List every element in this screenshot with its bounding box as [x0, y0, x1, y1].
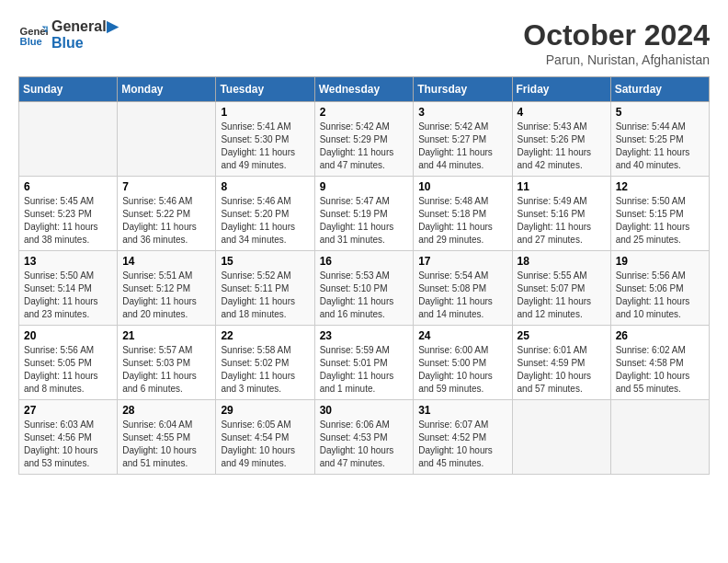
daylight-text: Daylight: 11 hours and 3 minutes. [221, 370, 309, 396]
header-cell-friday: Friday [512, 77, 610, 102]
daylight-text: Daylight: 11 hours and 40 minutes. [616, 146, 704, 172]
day-number: 5 [616, 106, 704, 119]
day-number: 28 [122, 404, 210, 417]
sunrise-text: Sunrise: 5:51 AM [122, 270, 210, 282]
sunrise-text: Sunrise: 6:06 AM [320, 419, 409, 431]
day-cell: 5Sunrise: 5:44 AMSunset: 5:25 PMDaylight… [610, 102, 709, 177]
day-info: Sunrise: 6:00 AMSunset: 5:00 PMDaylight:… [418, 344, 506, 396]
day-info: Sunrise: 5:51 AMSunset: 5:12 PMDaylight:… [122, 270, 210, 321]
day-number: 3 [418, 106, 506, 119]
day-info: Sunrise: 5:44 AMSunset: 5:25 PMDaylight:… [616, 121, 704, 172]
day-number: 13 [24, 255, 112, 268]
calendar-table: SundayMondayTuesdayWednesdayThursdayFrid… [18, 76, 710, 475]
day-number: 1 [221, 106, 309, 119]
sunrise-text: Sunrise: 6:07 AM [418, 419, 506, 431]
header-row: SundayMondayTuesdayWednesdayThursdayFrid… [19, 77, 710, 102]
sunset-text: Sunset: 5:12 PM [122, 282, 210, 295]
sunset-text: Sunset: 5:07 PM [518, 282, 606, 295]
day-cell: 12Sunrise: 5:50 AMSunset: 5:15 PMDayligh… [610, 177, 709, 251]
sunset-text: Sunset: 4:52 PM [418, 431, 506, 444]
day-info: Sunrise: 5:50 AMSunset: 5:15 PMDaylight:… [616, 195, 704, 247]
day-info: Sunrise: 6:06 AMSunset: 4:53 PMDaylight:… [320, 419, 409, 470]
sunset-text: Sunset: 5:01 PM [320, 357, 409, 370]
header-cell-thursday: Thursday [414, 77, 512, 102]
sunrise-text: Sunrise: 5:50 AM [616, 195, 704, 208]
day-number: 22 [221, 329, 309, 342]
logo-text: General▶ [51, 18, 118, 35]
sunset-text: Sunset: 5:08 PM [418, 282, 506, 295]
day-cell: 21Sunrise: 5:57 AMSunset: 5:03 PMDayligh… [118, 326, 216, 400]
daylight-text: Daylight: 11 hours and 34 minutes. [221, 221, 309, 247]
page-header: General Blue General▶ Blue October 2024 … [18, 18, 710, 67]
daylight-text: Daylight: 11 hours and 47 minutes. [320, 146, 409, 172]
day-cell: 27Sunrise: 6:03 AMSunset: 4:56 PMDayligh… [19, 400, 118, 475]
location-subtitle: Parun, Nuristan, Afghanistan [523, 52, 710, 67]
day-cell: 6Sunrise: 5:45 AMSunset: 5:23 PMDaylight… [19, 177, 118, 251]
day-cell: 19Sunrise: 5:56 AMSunset: 5:06 PMDayligh… [610, 251, 709, 326]
sunset-text: Sunset: 5:19 PM [320, 208, 409, 221]
day-number: 14 [122, 255, 210, 268]
day-number: 2 [320, 106, 409, 119]
sunrise-text: Sunrise: 5:44 AM [616, 121, 704, 133]
day-cell: 2Sunrise: 5:42 AMSunset: 5:29 PMDaylight… [314, 102, 414, 177]
day-number: 29 [221, 404, 309, 417]
daylight-text: Daylight: 11 hours and 29 minutes. [418, 221, 506, 247]
sunset-text: Sunset: 5:23 PM [24, 208, 112, 221]
day-number: 6 [24, 180, 112, 193]
daylight-text: Daylight: 10 hours and 45 minutes. [418, 444, 506, 470]
day-number: 27 [24, 404, 112, 417]
sunset-text: Sunset: 5:14 PM [24, 282, 112, 295]
sunrise-text: Sunrise: 6:04 AM [122, 419, 210, 431]
day-info: Sunrise: 5:47 AMSunset: 5:19 PMDaylight:… [320, 195, 409, 247]
day-info: Sunrise: 5:42 AMSunset: 5:27 PMDaylight:… [418, 121, 506, 172]
daylight-text: Daylight: 11 hours and 12 minutes. [518, 295, 606, 321]
day-info: Sunrise: 5:45 AMSunset: 5:23 PMDaylight:… [24, 195, 112, 247]
day-cell: 25Sunrise: 6:01 AMSunset: 4:59 PMDayligh… [512, 326, 610, 400]
header-cell-tuesday: Tuesday [216, 77, 314, 102]
day-cell: 10Sunrise: 5:48 AMSunset: 5:18 PMDayligh… [414, 177, 512, 251]
sunrise-text: Sunrise: 6:02 AM [616, 344, 704, 357]
sunset-text: Sunset: 5:18 PM [418, 208, 506, 221]
day-number: 11 [518, 180, 606, 193]
day-number: 21 [122, 329, 210, 342]
sunset-text: Sunset: 5:29 PM [320, 133, 409, 146]
sunset-text: Sunset: 4:58 PM [616, 357, 704, 370]
day-cell [512, 400, 610, 475]
sunset-text: Sunset: 5:10 PM [320, 282, 409, 295]
day-info: Sunrise: 6:02 AMSunset: 4:58 PMDaylight:… [616, 344, 704, 396]
day-cell: 15Sunrise: 5:52 AMSunset: 5:11 PMDayligh… [216, 251, 314, 326]
day-info: Sunrise: 5:55 AMSunset: 5:07 PMDaylight:… [518, 270, 606, 321]
day-number: 25 [518, 329, 606, 342]
day-number: 31 [418, 404, 506, 417]
sunrise-text: Sunrise: 5:57 AM [122, 344, 210, 357]
sunset-text: Sunset: 5:22 PM [122, 208, 210, 221]
month-title: October 2024 [523, 18, 710, 52]
daylight-text: Daylight: 11 hours and 31 minutes. [320, 221, 409, 247]
day-info: Sunrise: 5:52 AMSunset: 5:11 PMDaylight:… [221, 270, 309, 321]
sunset-text: Sunset: 5:06 PM [616, 282, 704, 295]
logo-icon: General Blue [18, 20, 48, 50]
day-cell: 13Sunrise: 5:50 AMSunset: 5:14 PMDayligh… [19, 251, 118, 326]
day-info: Sunrise: 5:43 AMSunset: 5:26 PMDaylight:… [518, 121, 606, 172]
sunset-text: Sunset: 5:25 PM [616, 133, 704, 146]
day-cell: 11Sunrise: 5:49 AMSunset: 5:16 PMDayligh… [512, 177, 610, 251]
daylight-text: Daylight: 11 hours and 38 minutes. [24, 221, 112, 247]
week-row-2: 13Sunrise: 5:50 AMSunset: 5:14 PMDayligh… [19, 251, 710, 326]
sunrise-text: Sunrise: 6:01 AM [518, 344, 606, 357]
day-cell: 28Sunrise: 6:04 AMSunset: 4:55 PMDayligh… [118, 400, 216, 475]
day-info: Sunrise: 5:58 AMSunset: 5:02 PMDaylight:… [221, 344, 309, 396]
day-cell: 31Sunrise: 6:07 AMSunset: 4:52 PMDayligh… [414, 400, 512, 475]
sunrise-text: Sunrise: 5:42 AM [320, 121, 409, 133]
sunset-text: Sunset: 5:05 PM [24, 357, 112, 370]
daylight-text: Daylight: 10 hours and 55 minutes. [616, 370, 704, 396]
sunrise-text: Sunrise: 5:52 AM [221, 270, 309, 282]
sunset-text: Sunset: 5:15 PM [616, 208, 704, 221]
daylight-text: Daylight: 11 hours and 25 minutes. [616, 221, 704, 247]
day-info: Sunrise: 5:46 AMSunset: 5:22 PMDaylight:… [122, 195, 210, 247]
week-row-1: 6Sunrise: 5:45 AMSunset: 5:23 PMDaylight… [19, 177, 710, 251]
day-cell [610, 400, 709, 475]
day-cell: 26Sunrise: 6:02 AMSunset: 4:58 PMDayligh… [610, 326, 709, 400]
day-cell: 24Sunrise: 6:00 AMSunset: 5:00 PMDayligh… [414, 326, 512, 400]
svg-text:Blue: Blue [20, 36, 42, 47]
header-cell-wednesday: Wednesday [314, 77, 414, 102]
